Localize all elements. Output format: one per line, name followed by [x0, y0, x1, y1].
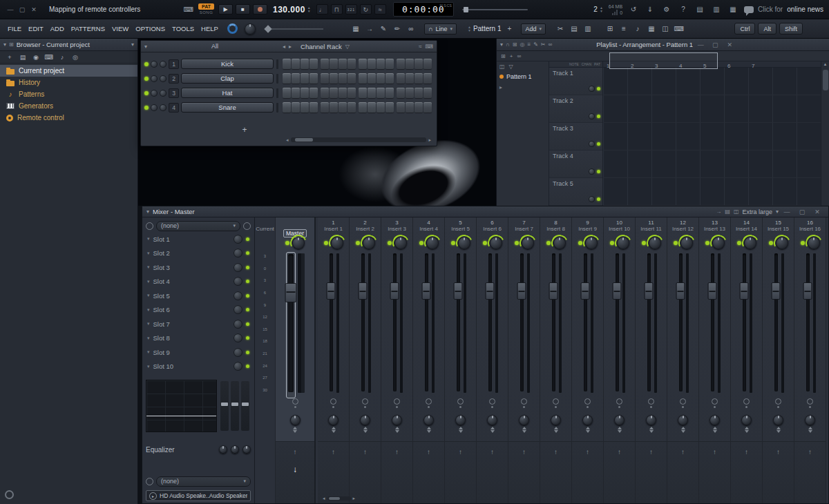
close-icon[interactable]: ✕ — [29, 5, 39, 14]
draw-icon[interactable]: ✎ — [533, 41, 538, 48]
step-cell[interactable] — [347, 73, 356, 84]
send-switch-icon[interactable] — [681, 427, 685, 433]
mixer-strip-insert-15[interactable]: 15Insert 15↑ — [763, 217, 794, 503]
step-cell[interactable] — [301, 59, 309, 69]
audio-input-arrow-icon[interactable]: ↑ — [649, 448, 653, 456]
mixer-strip-insert-1[interactable]: 1Insert 1↑ — [318, 217, 350, 503]
send-knob[interactable] — [582, 415, 593, 425]
mixer-strip-insert-9[interactable]: 9Insert 9↑ — [572, 217, 604, 503]
ctrl-key-button[interactable]: Ctrl — [734, 23, 755, 35]
strip-pan-knob[interactable] — [522, 237, 534, 249]
channel-button[interactable]: Hat — [181, 88, 274, 98]
fader-handle[interactable] — [676, 282, 685, 300]
playlist-track-header[interactable]: Track 2 — [549, 95, 602, 123]
channel-pan-knob[interactable] — [151, 61, 158, 68]
track-mute-led[interactable] — [597, 142, 600, 146]
slider-handle[interactable] — [464, 7, 468, 12]
picker-grip-icon[interactable]: ⊞ — [501, 53, 506, 59]
volume-fader[interactable] — [361, 253, 365, 391]
filter-icon[interactable]: ▽ — [509, 64, 513, 70]
playlist-track-header[interactable]: Track 1 — [549, 68, 602, 95]
audio-output-arrow-icon[interactable]: ↓ — [293, 465, 297, 474]
strip-pan-knob[interactable] — [458, 237, 470, 249]
target-icon[interactable]: ◎ — [520, 41, 524, 48]
shift-key-button[interactable]: Shift — [779, 23, 803, 35]
mixer-strip-insert-13[interactable]: 13Insert 13↑ — [699, 217, 731, 503]
send-switch-icon[interactable] — [363, 427, 368, 433]
volume-fader[interactable] — [774, 253, 778, 391]
panel-toggle-icon-3[interactable]: ▦ — [727, 6, 739, 13]
volume-fader[interactable] — [552, 253, 555, 391]
slot-led[interactable] — [246, 280, 249, 283]
channel-enable-led[interactable] — [144, 106, 149, 110]
channel-volume-knob[interactable] — [160, 90, 166, 97]
audio-input-arrow-icon[interactable]: ↑ — [586, 448, 589, 456]
strip-pan-knob[interactable] — [394, 237, 407, 249]
piano-roll-window-icon[interactable]: ♪ — [631, 23, 644, 35]
step-cell[interactable] — [339, 102, 347, 113]
chevron-down-icon[interactable]: ▾ — [500, 41, 503, 48]
step-cell[interactable] — [301, 73, 309, 84]
record-arm-button[interactable] — [521, 398, 527, 405]
close-icon[interactable]: ✕ — [812, 207, 822, 217]
send-knob[interactable] — [646, 415, 656, 425]
channel-pan-knob[interactable] — [151, 104, 158, 111]
time-display[interactable]: 0:00:00 M:S:CS — [393, 2, 454, 17]
volume-fader[interactable] — [520, 253, 524, 391]
countdown-icon[interactable]: 321 — [345, 4, 357, 14]
chevron-down-icon[interactable]: ▾ — [131, 41, 134, 48]
slot-led[interactable] — [246, 294, 249, 298]
strip-pan-knob[interactable] — [744, 237, 756, 249]
step-cell[interactable] — [368, 88, 376, 98]
close-icon[interactable]: ✕ — [725, 40, 734, 50]
step-cell[interactable] — [359, 88, 367, 98]
record-arm-button[interactable] — [330, 398, 336, 405]
help-icon[interactable]: ? — [678, 6, 689, 13]
strip-mute-led[interactable] — [515, 241, 519, 245]
send-knob[interactable] — [423, 415, 434, 425]
speaker-icon[interactable]: ◉ — [31, 52, 41, 62]
track-knob[interactable] — [589, 196, 595, 202]
step-cell[interactable] — [359, 73, 367, 84]
strip-pan-knob[interactable] — [490, 237, 502, 249]
mixer-slot[interactable]: ▾Slot 4 — [146, 275, 251, 289]
pattern-number-selector[interactable]: 2 ▲ ▼ — [593, 6, 603, 13]
fader-handle[interactable] — [581, 282, 590, 300]
track-mute-led[interactable] — [597, 115, 600, 118]
pattern-stepper[interactable]: ▲ ▼ — [468, 26, 471, 32]
step-cell[interactable] — [385, 73, 394, 84]
playlist-track-header[interactable]: Track 4 — [549, 151, 602, 178]
send-switch-icon[interactable] — [427, 427, 431, 433]
mixer-slot[interactable]: ▾Slot 9 — [146, 345, 251, 360]
volume-fader[interactable] — [679, 253, 683, 391]
strip-pan-knob[interactable] — [808, 237, 820, 249]
channel-filter-selector[interactable]: All — [151, 43, 279, 50]
track-knob[interactable] — [589, 113, 595, 119]
fader-handle[interactable] — [645, 282, 654, 300]
minimize-icon[interactable]: — — [696, 40, 705, 50]
eq-band-slider[interactable] — [231, 381, 239, 431]
tempo-control[interactable]: 130.000 ▲ ▼ — [273, 5, 311, 14]
mixer-strip-insert-11[interactable]: 11Insert 11↑ — [636, 217, 667, 503]
step-cell[interactable] — [321, 102, 329, 113]
slot-mix-knob[interactable] — [234, 348, 242, 357]
step-cell[interactable] — [321, 88, 329, 98]
playlist-grid[interactable]: 1234567 — [603, 61, 821, 206]
mixer-size-selector[interactable]: Extra large — [742, 209, 772, 215]
mixer-slot[interactable]: ▾Slot 2 — [146, 246, 251, 261]
strip-mute-led[interactable] — [801, 241, 805, 245]
mixer-strip-insert-3[interactable]: 3Insert 3↑ — [381, 217, 413, 503]
strip-mute-led[interactable] — [674, 241, 678, 245]
record-arm-button[interactable] — [489, 398, 495, 405]
audio-input-arrow-icon[interactable]: ↑ — [776, 448, 780, 456]
audio-input-arrow-icon[interactable]: ↑ — [522, 448, 526, 456]
maximize-icon[interactable]: ▢ — [797, 207, 807, 217]
scroll-up-icon[interactable]: ▲ — [821, 62, 829, 66]
audio-input-arrow-icon[interactable]: ↑ — [745, 448, 748, 456]
strip-mute-led[interactable] — [705, 241, 709, 245]
step-down-icon[interactable]: ▼ — [307, 10, 311, 13]
scrollbar-handle[interactable] — [329, 497, 340, 500]
menu-item-add[interactable]: ADD — [47, 23, 68, 35]
fader-handle[interactable] — [486, 282, 495, 300]
audio-input-arrow-icon[interactable]: ↑ — [713, 448, 716, 456]
